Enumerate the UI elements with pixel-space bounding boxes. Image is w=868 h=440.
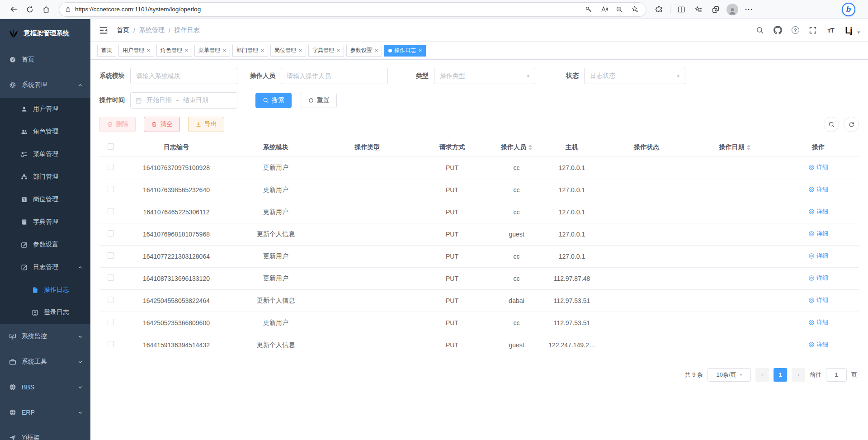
- help-icon[interactable]: ?: [788, 24, 802, 37]
- zoom-out-icon[interactable]: [613, 4, 625, 15]
- sidebar-item-system-management[interactable]: 系统管理: [0, 72, 90, 98]
- sidebar-item-bbs[interactable]: BBS: [0, 374, 90, 400]
- favorite-add-icon[interactable]: [629, 4, 641, 15]
- sidebar-item-role-management[interactable]: 角色管理: [0, 120, 90, 143]
- detail-link[interactable]: 详细: [808, 208, 828, 216]
- detail-link[interactable]: 详细: [808, 296, 828, 304]
- tab-menu-management[interactable]: 菜单管理×: [194, 45, 230, 57]
- address-bar[interactable]: https://ccnetcore.com:1101/system/log/op…: [59, 2, 646, 17]
- home-icon[interactable]: [39, 2, 53, 17]
- sidebar-item-erp[interactable]: ERP: [0, 400, 90, 425]
- export-button[interactable]: 导出: [188, 117, 224, 132]
- search-button[interactable]: 搜索: [255, 93, 292, 108]
- select-all-checkbox[interactable]: [108, 143, 114, 150]
- sidebar-item-department-management[interactable]: 部门管理: [0, 166, 90, 188]
- sidebar-item-login-log[interactable]: 登录日志: [0, 301, 90, 324]
- sidebar-item-system-monitor[interactable]: 系统监控: [0, 324, 90, 349]
- close-icon[interactable]: ×: [337, 47, 340, 54]
- detail-link[interactable]: 详细: [808, 341, 828, 349]
- github-icon[interactable]: [771, 24, 784, 37]
- sidebar-item-home[interactable]: 首页: [0, 47, 90, 72]
- yj-logo[interactable]: Lj: [841, 24, 855, 37]
- url-text[interactable]: https://ccnetcore.com:1101/system/log/op…: [75, 6, 579, 13]
- chevron-down-icon: ▾: [677, 73, 679, 79]
- row-checkbox[interactable]: [108, 208, 114, 214]
- close-icon[interactable]: ×: [185, 47, 188, 54]
- row-checkbox[interactable]: [108, 341, 114, 347]
- goto-page-input[interactable]: [826, 368, 847, 382]
- close-icon[interactable]: ×: [375, 47, 378, 54]
- close-icon[interactable]: ×: [299, 47, 302, 54]
- fullscreen-icon[interactable]: [806, 24, 820, 37]
- sidebar-item-parameter-settings[interactable]: 参数设置: [0, 233, 90, 256]
- close-icon[interactable]: ×: [261, 47, 264, 54]
- collections-icon[interactable]: [692, 3, 705, 16]
- sidebar-item-user-management[interactable]: 用户管理: [0, 98, 90, 120]
- current-page-button[interactable]: 1: [774, 368, 787, 382]
- page-size-select[interactable]: 10条/页▾: [708, 368, 751, 382]
- key-icon[interactable]: [583, 4, 594, 15]
- extensions-icon[interactable]: [653, 3, 665, 16]
- operator-filter-input[interactable]: [281, 68, 388, 84]
- sort-carets-icon[interactable]: [528, 145, 532, 150]
- sort-carets-icon[interactable]: [747, 145, 750, 150]
- font-size-icon[interactable]: тT: [824, 24, 837, 37]
- tab-role-management[interactable]: 角色管理×: [156, 45, 192, 57]
- sidebar-item-log-management[interactable]: 日志管理: [0, 256, 90, 279]
- row-checkbox[interactable]: [108, 274, 114, 281]
- col-operator-sortable[interactable]: 操作人员: [491, 138, 542, 156]
- close-icon[interactable]: ×: [419, 47, 422, 54]
- tab-home[interactable]: 首页: [97, 45, 116, 57]
- row-checkbox[interactable]: [108, 297, 114, 303]
- sidebar-item-menu-management[interactable]: 菜单管理: [0, 143, 90, 166]
- reload-icon[interactable]: [23, 2, 37, 17]
- profile-avatar[interactable]: [726, 4, 738, 15]
- row-checkbox[interactable]: [108, 252, 114, 259]
- refresh-table-button[interactable]: [844, 117, 859, 132]
- tab-post-management[interactable]: 岗位管理×: [270, 45, 306, 57]
- delete-button[interactable]: 删除: [99, 117, 136, 132]
- status-filter-select[interactable]: 日志状态▾: [584, 68, 685, 84]
- sidebar-fold-icon[interactable]: [99, 25, 108, 35]
- sidebar-item-operation-log[interactable]: 操作日志: [0, 279, 90, 301]
- reset-button[interactable]: 重置: [301, 93, 337, 108]
- multi-tab-add-icon[interactable]: [709, 3, 722, 16]
- tab-department-management[interactable]: 部门管理×: [232, 45, 268, 57]
- detail-link[interactable]: 详细: [808, 185, 828, 194]
- detail-link[interactable]: 详细: [808, 163, 828, 171]
- close-icon[interactable]: ×: [223, 47, 226, 54]
- read-aloud-icon[interactable]: [598, 4, 610, 15]
- breadcrumb-home[interactable]: 首页: [117, 26, 129, 34]
- next-page-button[interactable]: ›: [792, 368, 805, 382]
- row-checkbox[interactable]: [108, 186, 114, 192]
- detail-link[interactable]: 详细: [808, 230, 828, 238]
- clear-button[interactable]: 清空: [144, 117, 180, 132]
- sidebar-item-system-tools[interactable]: 系统工具: [0, 349, 90, 374]
- date-range-picker[interactable]: 开始日期 - 结束日期: [130, 92, 237, 109]
- sidebar-item-dictionary-management[interactable]: 字典管理: [0, 211, 90, 233]
- sidebar-item-post-management[interactable]: 岗位管理: [0, 188, 90, 211]
- split-screen-icon[interactable]: [675, 3, 688, 16]
- search-icon[interactable]: [753, 24, 767, 37]
- row-checkbox[interactable]: [108, 164, 114, 170]
- prev-page-button[interactable]: ‹: [755, 368, 769, 382]
- sidebar-item-yi-framework[interactable]: Yi框架: [0, 425, 90, 440]
- detail-link[interactable]: 详细: [808, 318, 828, 326]
- type-filter-select[interactable]: 操作类型▾: [434, 68, 535, 84]
- toggle-search-button[interactable]: [824, 117, 839, 132]
- more-icon[interactable]: ···: [743, 3, 755, 16]
- row-checkbox[interactable]: [108, 230, 114, 237]
- back-icon[interactable]: [6, 2, 21, 17]
- module-filter-input[interactable]: [130, 68, 237, 84]
- detail-link[interactable]: 详细: [808, 252, 828, 260]
- col-date-sortable[interactable]: 操作日期: [692, 138, 778, 156]
- bing-copilot-icon[interactable]: b: [842, 3, 855, 16]
- tab-dictionary-management[interactable]: 字典管理×: [308, 45, 344, 57]
- close-icon[interactable]: ×: [147, 47, 150, 54]
- row-checkbox[interactable]: [108, 319, 114, 325]
- tab-user-management[interactable]: 用户管理×: [118, 45, 154, 57]
- tab-operation-log[interactable]: 操作日志×: [384, 45, 426, 57]
- tab-parameter-settings[interactable]: 参数设置×: [346, 45, 382, 57]
- detail-link[interactable]: 详细: [808, 274, 828, 282]
- caret-down-icon[interactable]: ▾: [857, 29, 860, 35]
